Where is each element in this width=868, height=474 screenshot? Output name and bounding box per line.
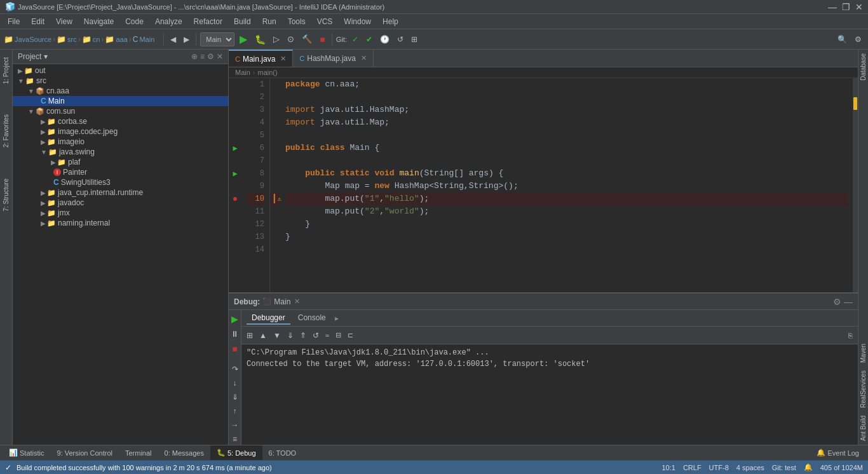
menu-help[interactable]: Help [377,16,403,27]
chevron-comsun[interactable]: ▼ [28,108,34,115]
title-bar-controls[interactable]: — ❐ ✕ [828,2,863,12]
status-line-sep[interactable]: CRLF [683,464,702,471]
status-position[interactable]: 10:1 [661,464,675,471]
menu-analyze[interactable]: Analyze [150,16,187,27]
bottom-tab-messages[interactable]: 0: Messages [158,445,210,460]
tree-item-cnaaa[interactable]: ▼ 📦 cn.aaa [13,86,228,96]
bottom-tab-eventlog[interactable]: 🔔 Event Log [810,445,865,460]
menu-code[interactable]: Code [120,16,149,27]
menu-window[interactable]: Window [339,16,376,27]
tree-item-jmx[interactable]: ▶ 📁 jmx [13,208,228,218]
git-layout-button[interactable]: ⊞ [409,34,420,45]
tab-main-close[interactable]: ✕ [280,55,286,63]
frames-down-button[interactable]: ▼ [271,330,283,341]
chevron-imageio[interactable]: ▶ [41,139,46,146]
debug-stop-button[interactable]: ■ [229,342,240,355]
console-arrow[interactable]: ▸ [335,314,339,323]
status-notifications[interactable]: 🔔 [804,463,813,471]
breadcrumb-method[interactable]: main() [258,69,278,76]
database-panel-toggle[interactable]: Database [859,50,867,85]
tree-item-plaf[interactable]: ▶ 📁 plaf [13,157,228,167]
chevron-javadoc[interactable]: ▶ [41,200,46,207]
tab-hashmap-java[interactable]: C HashMap.java ✕ [293,50,374,67]
structure-panel-toggle[interactable]: 7: Structure [2,176,10,214]
git-check-button[interactable]: ✓ [349,34,361,45]
frames-up-button[interactable]: ▲ [257,330,269,341]
menu-view[interactable]: View [51,16,78,27]
breadcrumb-src[interactable]: 📁src [57,35,77,44]
collapse-all-button[interactable]: ≡ [200,52,205,61]
settings-button[interactable]: ⚙ [852,34,864,45]
debug-force-step-into-button[interactable]: ⇓ [229,391,241,403]
menu-tools[interactable]: Tools [283,16,311,27]
run-button[interactable]: ▶ [237,32,250,46]
breadcrumb-aaa[interactable]: 📁aaa [105,35,127,44]
breadcrumb-main[interactable]: CMain [133,35,155,44]
chevron-jmx[interactable]: ▶ [41,210,46,217]
debug-evaluate-button[interactable]: ≡ [230,433,240,445]
menu-vcs[interactable]: VCS [312,16,338,27]
export-button[interactable]: ⊏ [345,330,356,341]
build-button[interactable]: 🔨 [299,33,315,45]
coverage-button[interactable]: ▷ [271,33,282,45]
breadcrumb-class[interactable]: Main [235,69,250,76]
console-tab[interactable]: Console [293,312,331,325]
tree-item-javacup[interactable]: ▶ 📁 java_cup.internal.runtime [13,187,228,198]
tree-item-out[interactable]: ▶ 📁 out [13,65,228,76]
bottom-tab-debug[interactable]: 🐛 5: Debug [210,445,262,460]
bottom-tab-vcs[interactable]: 9: Version Control [51,445,119,460]
run-config-select[interactable]: Main [200,32,234,46]
status-indent[interactable]: 4 spaces [736,464,764,471]
debug-main-tab-close[interactable]: ✕ [294,297,300,306]
tree-item-javaswing[interactable]: ▼ 📁 java.swing [13,147,228,157]
tree-item-javadoc[interactable]: ▶ 📁 javadoc [13,198,228,208]
menu-build[interactable]: Build [229,16,256,27]
chevron-plaf[interactable]: ▶ [51,159,56,166]
restore-layout-button[interactable]: ⊞ [244,330,255,341]
forward-button[interactable]: ▶ [181,34,192,45]
git-revert-button[interactable]: ↺ [395,34,406,45]
chevron-src[interactable]: ▼ [18,78,24,85]
chevron-naming[interactable]: ▶ [41,220,46,227]
project-settings-button[interactable]: ⚙ [207,52,214,61]
chevron-javaswing[interactable]: ▼ [41,149,47,156]
thread-dump-button[interactable]: ≈ [323,330,332,341]
debug-step-over-button[interactable]: ↷ [229,363,241,375]
realservices-panel-toggle[interactable]: RealServices [859,367,867,412]
tree-item-src[interactable]: ▼ 📁 src [13,76,228,86]
git-check2-button[interactable]: ✔ [363,34,375,45]
maven-panel-toggle[interactable]: Maven [859,340,867,367]
menu-refactor[interactable]: Refactor [189,16,227,27]
favorites-panel-toggle[interactable]: 2: Favorites [2,112,10,150]
tree-item-painter[interactable]: I Painter [13,167,228,177]
reset-frames-button[interactable]: ↺ [310,330,322,341]
chevron-javacup[interactable]: ▶ [41,189,46,196]
profile-button[interactable]: ⊙ [285,33,297,45]
search-everywhere-button[interactable]: 🔍 [835,34,850,45]
menu-file[interactable]: File [3,16,25,27]
tree-item-image-codec[interactable]: ▶ 📁 image.codec.jpeg [13,126,228,137]
status-encoding[interactable]: UTF-8 [709,464,729,471]
debug-resume-button[interactable]: ▶ [229,313,241,325]
debugger-tab[interactable]: Debugger [247,312,290,325]
git-history-button[interactable]: 🕐 [377,34,392,45]
back-button[interactable]: ◀ [168,34,179,45]
tree-item-swingutils[interactable]: C SwingUtilities3 [13,177,228,187]
tree-item-main[interactable]: C Main [13,96,228,106]
chevron-cnaaa[interactable]: ▼ [28,88,34,95]
debug-minimize-button[interactable]: — [844,297,853,307]
copy-output-button[interactable]: ⎘ [846,330,855,341]
debug-step-into-button[interactable]: ↓ [231,377,240,389]
editor-scrollbar[interactable] [853,78,858,292]
frames-up2-button[interactable]: ⇑ [297,330,309,341]
debug-pause-button[interactable]: ⏸ [229,328,241,340]
menu-run[interactable]: Run [257,16,281,27]
chevron-image-codec[interactable]: ▶ [41,128,46,135]
bottom-tab-statistic[interactable]: 📊 Statistic [3,445,51,460]
breadcrumb-javasource[interactable]: 📁JavaSource [4,35,51,44]
stop-button[interactable]: ■ [317,33,327,46]
project-panel-toggle[interactable]: 1: Project [2,55,10,86]
menu-navigate[interactable]: Navigate [79,16,119,27]
frames-down2-button[interactable]: ⇓ [285,330,296,341]
tree-item-imageio[interactable]: ▶ 📁 imageio [13,137,228,147]
